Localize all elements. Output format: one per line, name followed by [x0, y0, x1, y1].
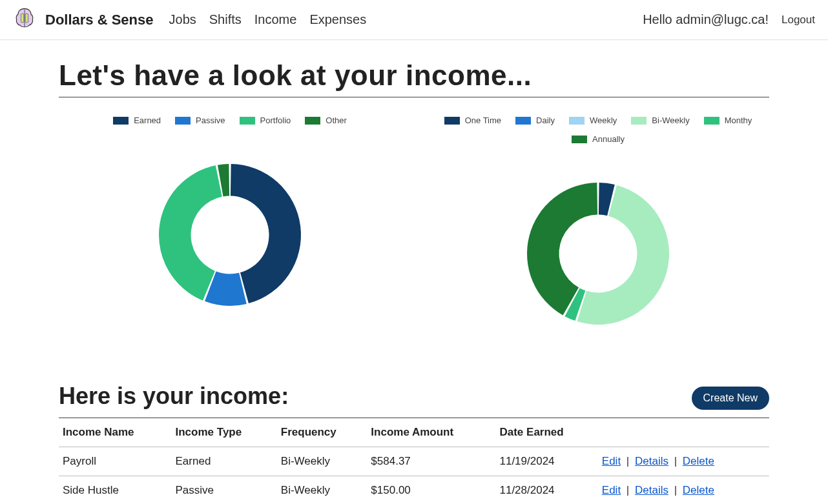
cell-amount: $584.37 [367, 447, 495, 476]
legend-label: Passive [196, 116, 225, 125]
income-table-body: PayrollEarnedBi-Weekly$584.3711/19/2024E… [59, 447, 769, 505]
separator: | [623, 484, 632, 496]
separator: | [671, 455, 680, 467]
legend-swatch-icon [240, 117, 255, 125]
edit-link[interactable]: Edit [602, 484, 621, 496]
cell-type: Passive [172, 476, 277, 505]
legend-swatch-icon [572, 136, 587, 143]
legend-item: Annually [572, 134, 625, 144]
cell-amount: $150.00 [367, 476, 495, 505]
brain-logo-icon [13, 6, 36, 33]
cell-type: Earned [172, 447, 277, 476]
table-row: PayrollEarnedBi-Weekly$584.3711/19/2024E… [59, 447, 769, 476]
cell-actions: Edit | Details | Delete [598, 476, 769, 505]
income-table-head: Income Name Income Type Frequency Income… [59, 418, 769, 447]
th-income-type: Income Type [172, 418, 277, 447]
legend-swatch-icon [175, 117, 191, 125]
legend-label: Bi-Weekly [652, 116, 689, 125]
legend-item: Weekly [569, 116, 617, 125]
chart-type-legend: EarnedPassivePortfolioOther [113, 116, 347, 125]
legend-item: One Time [444, 116, 501, 125]
cell-actions: Edit | Details | Delete [598, 447, 769, 476]
table-row: Side HustlePassiveBi-Weekly$150.0011/28/… [59, 476, 769, 505]
legend-item: Earned [113, 116, 161, 125]
brand: Dollars & Sense [13, 6, 154, 33]
nav-link-shifts[interactable]: Shifts [209, 12, 242, 27]
legend-label: Portfolio [260, 116, 291, 125]
logout-link[interactable]: Logout [781, 14, 815, 26]
nav-link-income[interactable]: Income [254, 12, 297, 27]
legend-swatch-icon [631, 117, 647, 125]
legend-swatch-icon [305, 117, 320, 125]
separator: | [623, 455, 632, 467]
legend-label: Earned [134, 116, 161, 125]
brand-name[interactable]: Dollars & Sense [45, 12, 154, 28]
legend-item: Monthy [704, 116, 752, 125]
create-new-button[interactable]: Create New [692, 387, 769, 410]
legend-item: Other [305, 116, 347, 125]
svg-rect-1 [25, 14, 28, 23]
th-income-name: Income Name [59, 418, 172, 447]
legend-item: Passive [175, 116, 225, 125]
divider [59, 97, 769, 97]
chart-type-wrap: EarnedPassivePortfolioOther [72, 116, 388, 325]
details-link[interactable]: Details [635, 484, 668, 496]
legend-item: Portfolio [240, 116, 291, 125]
cell-name: Payroll [59, 447, 172, 476]
nav-link-jobs[interactable]: Jobs [169, 12, 196, 27]
charts-area: EarnedPassivePortfolioOther One TimeDail… [59, 116, 769, 344]
navbar: Dollars & Sense Jobs Shifts Income Expen… [0, 0, 828, 40]
page-title: Let's have a look at your income... [59, 59, 769, 92]
delete-link[interactable]: Delete [683, 484, 714, 496]
edit-link[interactable]: Edit [602, 455, 621, 467]
th-frequency: Frequency [277, 418, 367, 447]
details-link[interactable]: Details [635, 455, 668, 467]
donut-segment [159, 165, 222, 300]
legend-label: Daily [536, 116, 555, 125]
cell-freq: Bi-Weekly [277, 476, 367, 505]
legend-swatch-icon [515, 117, 531, 125]
th-income-amount: Income Amount [367, 418, 495, 447]
page: Let's have a look at your income... Earn… [52, 40, 776, 504]
legend-item: Daily [515, 116, 555, 125]
delete-link[interactable]: Delete [683, 455, 714, 467]
chart-frequency-donut [450, 150, 747, 344]
separator: | [671, 484, 680, 496]
th-actions [598, 418, 769, 447]
cell-date: 11/19/2024 [495, 447, 597, 476]
chart-frequency-legend: One TimeDailyWeeklyBi-WeeklyMonthyAnnual… [440, 116, 756, 144]
nav-link-expenses[interactable]: Expenses [309, 12, 366, 27]
legend-swatch-icon [569, 117, 585, 125]
section-title: Here is your income: [59, 383, 289, 410]
user-greeting: Hello admin@lugc.ca! [643, 12, 769, 27]
cell-name: Side Hustle [59, 476, 172, 505]
legend-label: One Time [465, 116, 501, 125]
nav-right: Hello admin@lugc.ca! Logout [643, 12, 815, 27]
legend-label: Annually [592, 134, 625, 144]
legend-label: Weekly [590, 116, 617, 125]
cell-freq: Bi-Weekly [277, 447, 367, 476]
svg-rect-0 [21, 14, 24, 23]
legend-swatch-icon [444, 117, 460, 125]
cell-date: 11/28/2024 [495, 476, 597, 505]
legend-label: Monthy [725, 116, 752, 125]
th-date-earned: Date Earned [495, 418, 597, 447]
chart-frequency-wrap: One TimeDailyWeeklyBi-WeeklyMonthyAnnual… [440, 116, 756, 344]
legend-item: Bi-Weekly [631, 116, 689, 125]
legend-swatch-icon [704, 117, 719, 125]
legend-swatch-icon [113, 117, 129, 125]
chart-type-donut [81, 132, 378, 325]
section-header: Here is your income: Create New [59, 383, 769, 410]
income-table: Income Name Income Type Frequency Income… [59, 418, 769, 504]
legend-label: Other [326, 116, 347, 125]
nav-links: Jobs Shifts Income Expenses [169, 12, 367, 27]
